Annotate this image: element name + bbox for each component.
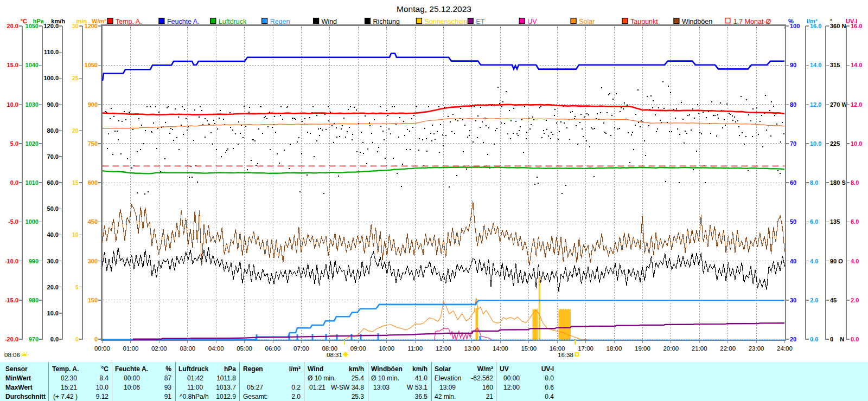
svg-text:80: 80 (790, 101, 796, 108)
svg-text:90: 90 (790, 62, 796, 68)
svg-text:10:00: 10:00 (379, 345, 394, 352)
svg-text:0.0: 0.0 (50, 336, 59, 342)
svg-text:0: 0 (94, 336, 98, 342)
svg-text:04:00: 04:00 (208, 345, 224, 352)
svg-text:18:00: 18:00 (607, 345, 622, 352)
svg-text:16:00: 16:00 (550, 345, 565, 352)
svg-text:08:31: 08:31 (327, 352, 342, 358)
svg-text:21:00: 21:00 (692, 345, 707, 352)
svg-text:Sonnenschein: Sonnenschein (424, 18, 467, 25)
svg-text:980: 980 (29, 297, 39, 303)
svg-text:450: 450 (88, 218, 98, 225)
svg-text:1.7 Monat-Ø: 1.7 Monat-Ø (733, 18, 771, 25)
svg-text:14:00: 14:00 (493, 345, 508, 352)
svg-text:110.0: 110.0 (44, 49, 59, 55)
svg-text:W/m²: W/m² (92, 18, 106, 24)
svg-text:300: 300 (88, 258, 98, 264)
svg-text:135: 135 (830, 218, 840, 225)
svg-text:22:00: 22:00 (720, 345, 736, 352)
svg-text:20: 20 (72, 127, 79, 134)
svg-text:20: 20 (790, 336, 796, 342)
svg-text:hPa: hPa (33, 18, 44, 24)
svg-text:km/h: km/h (51, 18, 65, 24)
svg-text:15:00: 15:00 (521, 345, 537, 352)
svg-text:24:00: 24:00 (777, 345, 793, 352)
svg-text:750: 750 (88, 140, 98, 147)
svg-text:360 N: 360 N (830, 23, 846, 29)
svg-text:1020: 1020 (25, 140, 39, 147)
svg-text:Taupunkt: Taupunkt (630, 18, 658, 25)
svg-text:16:38: 16:38 (558, 352, 573, 358)
svg-text:Feuchte A.: Feuchte A. (167, 18, 200, 25)
svg-text:15.0: 15.0 (7, 62, 18, 68)
svg-text:60.0: 60.0 (47, 179, 59, 186)
svg-text:°: ° (830, 18, 832, 24)
svg-text:25: 25 (72, 75, 79, 81)
svg-text:2.0: 2.0 (810, 297, 818, 303)
svg-text:80.0: 80.0 (47, 127, 59, 134)
svg-text:0.0: 0.0 (810, 336, 818, 342)
svg-text:50: 50 (790, 218, 796, 225)
svg-text:13:00: 13:00 (464, 345, 480, 352)
svg-text:ET: ET (476, 18, 484, 25)
svg-text:10.0: 10.0 (851, 140, 862, 147)
svg-text:70.0: 70.0 (47, 153, 59, 160)
svg-text:l/m²: l/m² (807, 18, 818, 24)
svg-text:12.0: 12.0 (851, 101, 862, 108)
svg-text:1000: 1000 (25, 218, 39, 225)
svg-text:10: 10 (72, 231, 79, 238)
svg-text:1030: 1030 (25, 101, 39, 108)
svg-text:90 O: 90 O (830, 258, 843, 264)
svg-text:03:00: 03:00 (180, 345, 195, 352)
svg-text:Solar: Solar (579, 18, 595, 25)
svg-text:270 W: 270 W (830, 101, 847, 108)
svg-text:11:00: 11:00 (407, 345, 423, 352)
svg-text:01:00: 01:00 (123, 345, 139, 352)
svg-text:14.0: 14.0 (810, 62, 821, 68)
svg-text:06:00: 06:00 (265, 345, 281, 352)
svg-text:225: 225 (830, 140, 840, 147)
svg-text:45: 45 (830, 297, 837, 303)
svg-text:Luftdruck: Luftdruck (219, 18, 247, 25)
svg-text:08:06: 08:06 (4, 352, 20, 358)
svg-text:08:00: 08:00 (322, 345, 337, 352)
svg-text:8.0: 8.0 (810, 179, 818, 186)
svg-text:5.0: 5.0 (10, 140, 18, 147)
svg-text:40.0: 40.0 (47, 231, 59, 238)
svg-text:90.0: 90.0 (47, 101, 59, 108)
svg-text:10.0: 10.0 (7, 101, 18, 108)
svg-text:UV: UV (527, 18, 537, 25)
svg-text:70: 70 (790, 140, 796, 147)
svg-text:0 N: 0 N (830, 336, 844, 342)
svg-text:50.0: 50.0 (47, 205, 59, 212)
svg-text:Wind: Wind (322, 18, 337, 25)
svg-text:10.0: 10.0 (47, 310, 59, 316)
svg-text:20:00: 20:00 (663, 345, 679, 352)
svg-text:315: 315 (830, 62, 840, 68)
svg-text:00:00: 00:00 (94, 345, 110, 352)
svg-text:0: 0 (75, 336, 79, 342)
svg-text:Regen: Regen (270, 18, 290, 25)
svg-text:100.0: 100.0 (43, 75, 59, 81)
svg-text:30: 30 (790, 297, 796, 303)
svg-text:180 S: 180 S (830, 179, 846, 186)
svg-text:0.0: 0.0 (851, 336, 859, 342)
svg-text:1050: 1050 (85, 62, 98, 68)
svg-text:Temp. A.: Temp. A. (116, 18, 142, 25)
svg-text:6.0: 6.0 (851, 218, 859, 225)
svg-text:14.0: 14.0 (851, 62, 862, 68)
svg-text:4.0: 4.0 (851, 258, 859, 264)
svg-text:20.0: 20.0 (47, 284, 59, 290)
svg-text:4.0: 4.0 (810, 258, 818, 264)
svg-text:990: 990 (29, 258, 39, 264)
svg-text:17:00: 17:00 (578, 345, 593, 352)
svg-text:07:00: 07:00 (293, 345, 309, 352)
svg-text:60: 60 (790, 179, 796, 186)
svg-text:12:00: 12:00 (436, 345, 451, 352)
svg-text:1040: 1040 (25, 62, 39, 68)
svg-text:Windböen: Windböen (682, 18, 712, 25)
svg-text:600: 600 (88, 179, 98, 186)
svg-text:-10.0: -10.0 (5, 258, 18, 264)
svg-text:-20.0: -20.0 (5, 336, 18, 342)
svg-text:09:00: 09:00 (350, 345, 366, 352)
